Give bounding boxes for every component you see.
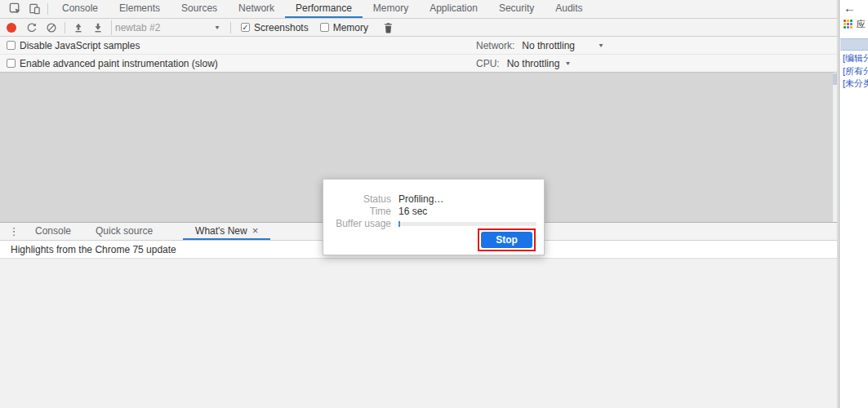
more-options-icon[interactable]: ⋮: [5, 223, 23, 240]
disable-js-samples-checkbox[interactable]: Disable JavaScript samples: [7, 40, 140, 51]
devtools-window: Console Elements Sources Network Perform…: [0, 0, 838, 408]
checkbox-checked-icon: ✓: [241, 23, 250, 32]
chevron-down-icon[interactable]: ▼: [598, 42, 604, 49]
time-label: Time: [323, 206, 391, 217]
buffer-usage-label: Buffer usage: [323, 218, 391, 229]
load-profile-icon[interactable]: [69, 20, 88, 36]
checkbox-unchecked-icon: [7, 41, 16, 50]
network-label: Network:: [476, 40, 514, 51]
advanced-paint-checkbox[interactable]: Enable advanced paint instrumentation (s…: [7, 58, 218, 69]
tab-audits[interactable]: Audits: [545, 0, 593, 18]
record-button[interactable]: [7, 23, 16, 33]
inspect-element-icon[interactable]: [5, 0, 24, 16]
background-browser-window: ← 应 [编辑分 [所有分 [未分类: [839, 0, 868, 408]
stop-button-highlight: Stop: [478, 228, 536, 251]
drawer-tab-console-label: Console: [35, 225, 71, 237]
buffer-usage-row: Buffer usage: [323, 217, 544, 229]
drawer-rest: [0, 259, 837, 408]
performance-toolbar: newtab #2 ▼ ✓ Screenshots Memory: [0, 19, 837, 37]
network-throttling-select[interactable]: No throttling: [522, 40, 575, 51]
screenshots-label: Screenshots: [254, 22, 309, 33]
status-row: Status Profiling…: [323, 193, 544, 205]
time-value: 16 sec: [398, 206, 427, 217]
status-label: Status: [323, 193, 391, 205]
checkbox-unchecked-icon: [7, 59, 16, 68]
drawer-tab-quick-source[interactable]: Quick source: [83, 223, 165, 240]
apps-grid-icon[interactable]: [844, 20, 853, 29]
stop-button[interactable]: Stop: [481, 232, 532, 248]
bookmark-links: [编辑分 [所有分 [未分类: [843, 52, 868, 91]
performance-panel-area: Status Profiling… Time 16 sec Buffer usa…: [0, 73, 837, 222]
tab-application[interactable]: Application: [419, 0, 488, 18]
chevron-down-icon: ▼: [214, 24, 220, 31]
reload-icon[interactable]: [22, 20, 42, 36]
session-selector[interactable]: newtab #2 ▼: [111, 20, 224, 35]
scrollbar[interactable]: [833, 73, 837, 222]
link-all-categories[interactable]: [所有分: [843, 65, 868, 78]
memory-checkbox[interactable]: Memory: [320, 22, 368, 33]
network-throttling: Network: No throttling ▼: [476, 40, 604, 51]
device-toolbar-icon[interactable]: [24, 0, 44, 16]
tab-sources[interactable]: Sources: [171, 0, 228, 18]
drawer-tab-console[interactable]: Console: [23, 223, 83, 240]
link-edit-category[interactable]: [编辑分: [843, 52, 868, 65]
drawer-tab-whats-new-label: What's New: [195, 225, 247, 237]
profiling-dialog: Status Profiling… Time 16 sec Buffer usa…: [323, 179, 545, 255]
options-row-network: Disable JavaScript samples Network: No t…: [0, 37, 837, 55]
divider: [47, 3, 48, 15]
screen: Console Elements Sources Network Perform…: [0, 0, 868, 408]
clear-icon[interactable]: [42, 20, 61, 36]
screenshots-checkbox[interactable]: ✓ Screenshots: [241, 22, 309, 33]
scrollbar-thumb[interactable]: [833, 73, 837, 85]
memory-label: Memory: [333, 22, 368, 33]
trash-icon[interactable]: [378, 20, 398, 36]
cpu-label: CPU:: [476, 58, 500, 69]
status-value: Profiling…: [398, 193, 443, 205]
advanced-paint-label: Enable advanced paint instrumentation (s…: [20, 58, 218, 69]
tab-console[interactable]: Console: [51, 0, 109, 18]
divider: [230, 22, 231, 33]
tab-memory[interactable]: Memory: [363, 0, 419, 18]
whats-new-heading: Highlights from the Chrome 75 update: [11, 244, 176, 255]
save-profile-icon[interactable]: [88, 20, 108, 36]
link-uncategorized[interactable]: [未分类: [843, 78, 868, 91]
apps-label: 应: [857, 18, 866, 30]
options-row-cpu: Enable advanced paint instrumentation (s…: [0, 55, 837, 73]
chevron-down-icon[interactable]: ▼: [564, 60, 571, 67]
drawer-tab-quick-source-label: Quick source: [96, 225, 153, 237]
cpu-throttling: CPU: No throttling ▼: [476, 58, 571, 69]
back-arrow-icon[interactable]: ←: [844, 1, 856, 15]
time-row: Time 16 sec: [323, 205, 544, 217]
buffer-usage-bar: [398, 222, 536, 226]
devtools-tabbar: Console Elements Sources Network Perform…: [0, 0, 837, 19]
checkbox-unchecked-icon: [320, 23, 329, 32]
tab-security[interactable]: Security: [488, 0, 545, 18]
tab-performance[interactable]: Performance: [285, 0, 363, 18]
drawer-tab-whats-new[interactable]: What's New ×: [183, 223, 270, 240]
buffer-usage-fill: [398, 221, 400, 227]
tab-elements[interactable]: Elements: [109, 0, 171, 18]
tab-network[interactable]: Network: [228, 0, 285, 18]
bookmarks-header-bar: [840, 38, 868, 51]
disable-js-samples-label: Disable JavaScript samples: [20, 40, 140, 51]
close-icon[interactable]: ×: [252, 225, 259, 236]
divider: [65, 22, 65, 33]
cpu-throttling-select[interactable]: No throttling: [507, 58, 560, 69]
session-selector-value: newtab #2: [115, 22, 160, 33]
apps-row: 应: [844, 18, 866, 30]
